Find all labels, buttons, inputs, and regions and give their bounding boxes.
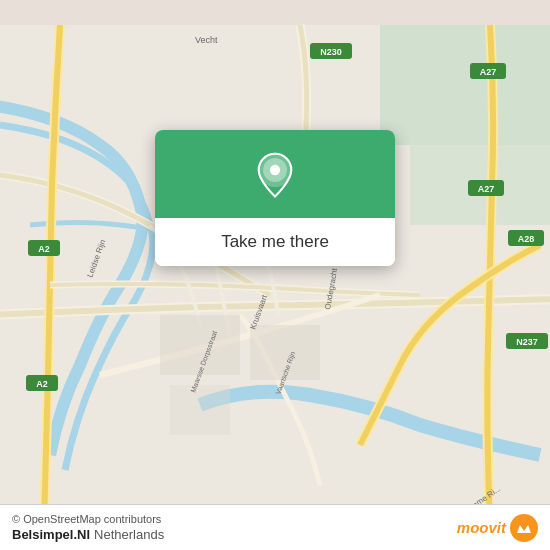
svg-text:N230: N230 [320, 47, 342, 57]
copyright-text: © OpenStreetMap contributors [12, 513, 164, 525]
map-background: N230 A27 A27 A28 A2 A2 N237 Leidse Rijn … [0, 0, 550, 550]
svg-text:A27: A27 [480, 67, 497, 77]
take-me-there-button[interactable]: Take me there [155, 218, 395, 266]
svg-rect-5 [170, 385, 230, 435]
svg-text:Vecht: Vecht [195, 35, 218, 45]
map-container: N230 A27 A27 A28 A2 A2 N237 Leidse Rijn … [0, 0, 550, 550]
moovit-icon [510, 514, 538, 542]
svg-text:A27: A27 [478, 184, 495, 194]
popup-card: Take me there [155, 130, 395, 266]
svg-text:N237: N237 [516, 337, 538, 347]
svg-text:A2: A2 [36, 379, 48, 389]
svg-text:A28: A28 [518, 234, 535, 244]
bottom-bar: © OpenStreetMap contributors Belsimpel.N… [0, 504, 550, 550]
moovit-logo: moovit [457, 514, 538, 542]
svg-point-29 [270, 165, 280, 175]
location-label: Belsimpel.Nl [12, 527, 90, 542]
svg-rect-1 [380, 25, 550, 145]
location-pin-icon [251, 152, 299, 200]
country-label: Netherlands [94, 527, 164, 542]
popup-green-area [155, 130, 395, 218]
moovit-logo-text: moovit [457, 519, 506, 536]
svg-text:A2: A2 [38, 244, 50, 254]
